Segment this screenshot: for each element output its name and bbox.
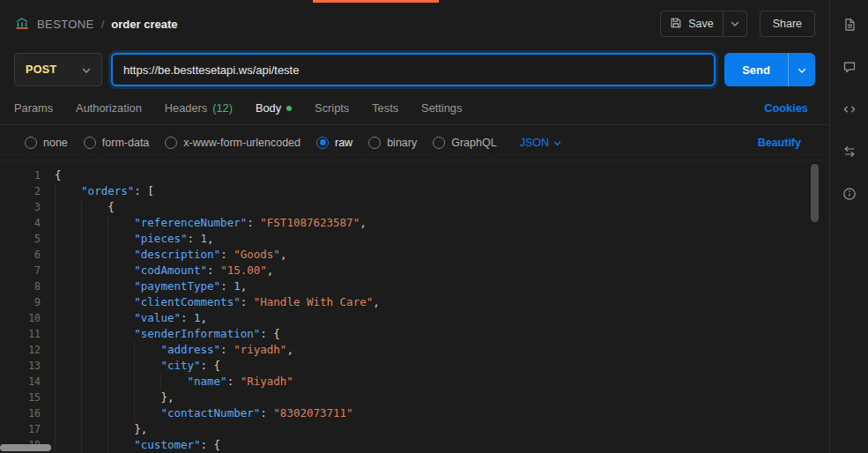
code-editor[interactable]: 1{2"orders": [3{4"referenceNumber": "FST… bbox=[0, 160, 829, 453]
vertical-scrollbar[interactable] bbox=[811, 164, 819, 439]
code-line[interactable]: 16"contactNumber": "8302073711" bbox=[0, 405, 829, 421]
code-line[interactable]: 8"paymentType": 1, bbox=[0, 278, 829, 294]
indent-guide bbox=[55, 263, 81, 278]
line-content: "value": 1, bbox=[55, 310, 207, 326]
indent-guide bbox=[108, 342, 134, 358]
indent-guide bbox=[55, 342, 81, 358]
line-content: "orders": [ bbox=[55, 183, 154, 199]
line-content: }, bbox=[55, 390, 174, 405]
right-rail bbox=[829, 0, 868, 453]
send-options-chevron[interactable] bbox=[788, 53, 815, 86]
body-type-label: x-www-form-urlencoded bbox=[183, 137, 300, 149]
indent-guide bbox=[81, 421, 108, 437]
indent-guide bbox=[81, 374, 108, 390]
tab-tests[interactable]: Tests bbox=[372, 92, 398, 124]
body-type-label: GraphQL bbox=[451, 137, 496, 149]
documentation-icon[interactable] bbox=[836, 11, 863, 38]
breadcrumb-workspace[interactable]: BESTONE bbox=[37, 18, 94, 31]
indent-guide bbox=[81, 390, 108, 405]
send-button[interactable]: Send bbox=[724, 53, 788, 86]
body-type-raw[interactable]: raw bbox=[316, 137, 352, 149]
code-line[interactable]: 9"clientComments": "Handle With Care", bbox=[0, 294, 829, 310]
indent-guide bbox=[108, 374, 134, 390]
line-number: 7 bbox=[0, 263, 41, 278]
body-type-options: noneform-datax-www-form-urlencodedrawbin… bbox=[25, 137, 497, 149]
url-input[interactable] bbox=[123, 63, 703, 77]
app-window: BESTONE / order create Save bbox=[0, 0, 868, 453]
indent-guide bbox=[81, 231, 108, 247]
line-number: 10 bbox=[0, 310, 41, 326]
info-icon[interactable] bbox=[836, 181, 863, 207]
indent-guide bbox=[134, 374, 160, 390]
body-type-form-data[interactable]: form-data bbox=[84, 137, 150, 149]
beautify-link[interactable]: Beautify bbox=[758, 137, 801, 149]
line-number: 14 bbox=[0, 374, 41, 390]
indent-guide bbox=[134, 342, 160, 358]
line-number: 5 bbox=[0, 231, 41, 247]
line-content: { bbox=[55, 199, 115, 215]
url-field bbox=[111, 53, 716, 86]
code-line[interactable]: 11"senderInformation": { bbox=[0, 326, 829, 342]
request-tabs-row: ParamsAuthorizationHeaders(12)BodyScript… bbox=[0, 92, 829, 125]
send-label: Send bbox=[742, 63, 770, 77]
method-selector[interactable]: POST bbox=[14, 53, 102, 86]
code-icon[interactable] bbox=[836, 96, 863, 123]
format-selector[interactable]: JSON bbox=[520, 137, 561, 149]
cookies-link[interactable]: Cookies bbox=[764, 101, 808, 115]
tab-count-badge: (12) bbox=[212, 101, 233, 115]
indent-guide bbox=[134, 390, 160, 405]
horizontal-scrollbar[interactable] bbox=[0, 444, 808, 451]
tab-params[interactable]: Params bbox=[14, 92, 53, 124]
code-line[interactable]: 6"description": "Goods", bbox=[0, 247, 829, 263]
code-line[interactable]: 10"value": 1, bbox=[0, 310, 829, 326]
breadcrumb-request-name[interactable]: order create bbox=[111, 18, 177, 31]
line-content: "description": "Goods", bbox=[55, 247, 286, 263]
code-line[interactable]: 15}, bbox=[0, 390, 829, 405]
tab-body[interactable]: Body bbox=[256, 92, 292, 124]
save-options-chevron[interactable] bbox=[723, 11, 746, 36]
line-number: 1 bbox=[0, 167, 41, 183]
tab-authorization[interactable]: Authorization bbox=[76, 92, 142, 124]
breadcrumb: BESTONE / order create bbox=[14, 16, 177, 32]
indent-guide bbox=[108, 294, 134, 310]
indent-guide bbox=[81, 215, 108, 231]
line-content: }, bbox=[55, 421, 147, 437]
body-type-graphql[interactable]: GraphQL bbox=[433, 137, 496, 149]
code-line[interactable]: 14"name": "Riyadh" bbox=[0, 374, 829, 390]
body-type-label: binary bbox=[387, 137, 417, 149]
body-type-x-www-form-urlencoded[interactable]: x-www-form-urlencoded bbox=[165, 137, 300, 149]
chevron-down-icon bbox=[798, 63, 806, 77]
tab-settings[interactable]: Settings bbox=[421, 92, 462, 124]
indent-guide bbox=[108, 247, 134, 263]
tab-headers[interactable]: Headers(12) bbox=[165, 92, 233, 124]
code-line[interactable]: 1{ bbox=[0, 167, 829, 183]
tab-label: Body bbox=[256, 101, 281, 115]
code-line[interactable]: 17}, bbox=[0, 421, 829, 437]
save-button[interactable]: Save bbox=[661, 11, 723, 36]
line-number: 17 bbox=[0, 421, 41, 437]
tab-label: Params bbox=[14, 101, 53, 115]
code-line[interactable]: 13"city": { bbox=[0, 358, 829, 374]
indent-guide bbox=[108, 326, 134, 342]
horizontal-scrollbar-thumb[interactable] bbox=[0, 444, 51, 451]
indent-guide bbox=[81, 247, 108, 263]
body-type-none[interactable]: none bbox=[25, 137, 68, 149]
indent-guide bbox=[108, 263, 134, 278]
code-line[interactable]: 5"pieces": 1, bbox=[0, 231, 829, 247]
code-line[interactable]: 2"orders": [ bbox=[0, 183, 829, 199]
breadcrumb-separator: / bbox=[101, 18, 105, 31]
code-line[interactable]: 4"referenceNumber": "FST1087623587", bbox=[0, 215, 829, 231]
vertical-scrollbar-thumb[interactable] bbox=[811, 164, 819, 222]
tab-scripts[interactable]: Scripts bbox=[315, 92, 349, 124]
comments-icon[interactable] bbox=[836, 54, 863, 80]
code-line[interactable]: 12"address": "riyadh", bbox=[0, 342, 829, 358]
code-line[interactable]: 3{ bbox=[0, 199, 829, 215]
code-line[interactable]: 7"codAmount": "15.00", bbox=[0, 263, 829, 278]
body-type-binary[interactable]: binary bbox=[368, 137, 417, 149]
share-button[interactable]: Share bbox=[760, 11, 815, 37]
sync-icon[interactable] bbox=[836, 138, 863, 165]
line-number: 9 bbox=[0, 294, 41, 310]
indent-guide bbox=[81, 326, 108, 342]
body-type-row: noneform-datax-www-form-urlencodedrawbin… bbox=[0, 125, 829, 160]
indent-guide bbox=[55, 390, 81, 405]
